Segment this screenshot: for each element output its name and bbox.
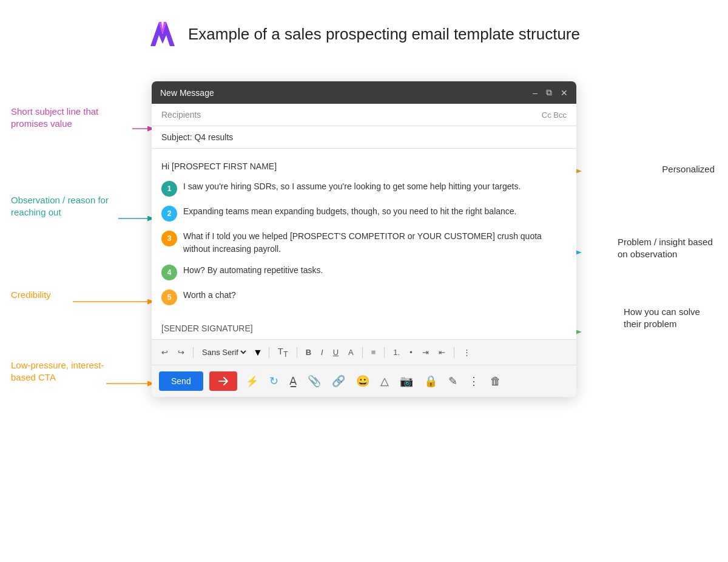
font-family-select[interactable]: Sans Serif (200, 347, 248, 357)
item-3-text: What if I told you we helped [PROSPECT'S… (183, 230, 567, 256)
recipients-label: Recipients (161, 110, 201, 120)
minimize-button[interactable]: – (533, 88, 538, 98)
subject-row[interactable]: Subject: Q4 results (152, 126, 576, 149)
subject-text: Subject: Q4 results (161, 132, 233, 142)
num-circle-2: 2 (161, 206, 177, 222)
main-area: Short subject line that promises value O… (0, 63, 728, 561)
attachment-icon[interactable]: 📎 (305, 373, 323, 389)
align-button[interactable]: ≡ (369, 347, 379, 358)
more-options-icon[interactable]: ⋮ (466, 373, 482, 389)
email-window-title: New Message (160, 88, 214, 98)
num-circle-3: 3 (161, 231, 177, 246)
item-5-text: Worth a chat? (183, 289, 236, 302)
redo-button[interactable]: ↪ (175, 347, 187, 358)
lock-icon[interactable]: 🔒 (422, 373, 440, 389)
cta-annotation: Low-pressure, interest-based CTA (11, 359, 120, 384)
titlebar-controls: – ⧉ ✕ (533, 87, 568, 98)
toolbar-separator-3 (297, 347, 297, 358)
undo-button[interactable]: ↩ (159, 347, 170, 358)
page-title: Example of a sales prospecting email tem… (188, 25, 580, 44)
personalized-annotation: Personalized (662, 163, 715, 175)
item-4-text: How? By automating repetitive tasks. (183, 264, 323, 277)
observation-annotation: Observation / reason for reaching out (11, 194, 114, 219)
num-circle-4: 4 (161, 265, 177, 280)
toolbar-separator-4 (362, 347, 363, 358)
email-item-3: 3 What if I told you we helped [PROSPECT… (161, 230, 567, 256)
num-circle-5: 5 (161, 289, 177, 305)
outdent-button[interactable]: ⇤ (436, 347, 448, 358)
cc-bcc-label[interactable]: Cc Bcc (542, 110, 567, 120)
email-item-4: 4 How? By automating repetitive tasks. (161, 264, 567, 280)
image-icon[interactable]: 📷 (397, 373, 416, 389)
pencil-icon[interactable]: ✎ (446, 373, 460, 389)
num-circle-1: 1 (161, 181, 177, 197)
italic-button[interactable]: I (318, 347, 326, 358)
email-window: New Message – ⧉ ✕ Recipients Cc Bcc Subj… (152, 81, 576, 397)
credibility-annotation: Credibility (11, 289, 51, 301)
triangle-icon[interactable]: △ (378, 373, 391, 389)
font-size-button[interactable]: TT (275, 345, 291, 360)
item-1-text: I saw you're hiring SDRs, so I assume yo… (183, 180, 521, 193)
toolbar-separator-6 (454, 347, 454, 358)
recipients-row[interactable]: Recipients Cc Bcc (152, 104, 576, 126)
email-titlebar: New Message – ⧉ ✕ (152, 81, 576, 104)
item-2-text: Expanding teams mean expanding budgets, … (183, 205, 517, 218)
page-header: Example of a sales prospecting email tem… (0, 0, 728, 63)
toolbar-separator-1 (193, 347, 194, 358)
delete-icon[interactable]: 🗑 (488, 374, 504, 389)
expand-button[interactable]: ⧉ (546, 87, 552, 98)
email-greeting: Hi [PROSPECT FIRST NAME] (161, 160, 567, 173)
emoji-icon[interactable]: 😀 (354, 373, 372, 389)
ordered-list-button[interactable]: ⁣⁣1. (391, 347, 402, 358)
email-item-5: 5 Worth a chat? (161, 289, 567, 305)
link-icon[interactable]: 🔗 (329, 373, 348, 389)
subject-annotation: Short subject line that promises value (11, 106, 132, 130)
formatting-toolbar: ↩ ↪ Sans Serif ▼ TT B I U A ≡ ⁣⁣1. • ⇥ ⇤… (152, 339, 576, 365)
logo (148, 17, 177, 51)
problem-annotation: Problem / insight based on observation (618, 236, 715, 261)
toolbar-separator-5 (384, 347, 385, 358)
email-actions-bar: Send ⚡ ↻ A̲ 📎 🔗 😀 △ 📷 🔒 ✎ ⋮ 🗑 (152, 365, 576, 397)
close-button[interactable]: ✕ (561, 88, 568, 98)
send-button[interactable]: Send (159, 371, 203, 391)
toolbar-separator-2 (269, 347, 269, 358)
refresh-icon[interactable]: ↻ (267, 373, 281, 389)
font-color-button[interactable]: A (346, 347, 356, 358)
solution-annotation: How you can solve their problem (624, 306, 715, 331)
email-body[interactable]: Hi [PROSPECT FIRST NAME] 1 I saw you're … (152, 149, 576, 320)
unordered-list-button[interactable]: • (407, 347, 415, 358)
underline-button[interactable]: U (331, 347, 341, 358)
email-signature: [SENDER SIGNATURE] (152, 320, 576, 339)
email-item-1: 1 I saw you're hiring SDRs, so I assume … (161, 180, 567, 197)
more-formatting-button[interactable]: ⋮ (460, 347, 473, 358)
lightning-icon[interactable]: ⚡ (243, 374, 261, 389)
bold-button[interactable]: B (303, 347, 314, 358)
email-item-2: 2 Expanding teams mean expanding budgets… (161, 205, 567, 222)
indent-button[interactable]: ⇥ (420, 347, 431, 358)
send-arrow-button[interactable] (209, 371, 237, 391)
text-format-icon[interactable]: A̲ (287, 373, 299, 389)
